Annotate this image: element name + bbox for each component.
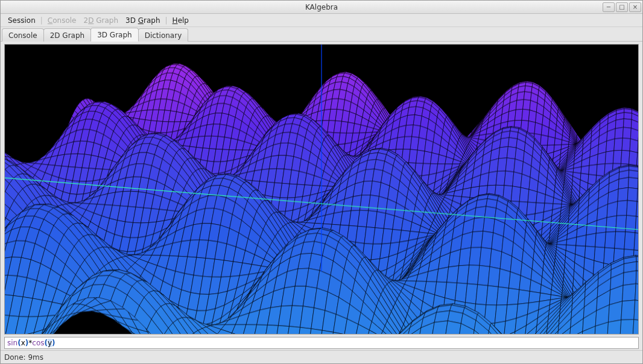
menu-3d-graph[interactable]: 3D Graph: [122, 15, 164, 26]
function-input-row: sin(x)*cos(y): [4, 337, 639, 349]
menu-help[interactable]: Help: [169, 15, 192, 26]
window-title: KAlgebra: [1, 3, 642, 11]
tab-2d-graph[interactable]: 2D Graph: [43, 28, 92, 42]
maximize-button[interactable]: □: [616, 2, 628, 12]
minimize-icon: −: [606, 4, 611, 10]
tab-console[interactable]: Console: [2, 28, 44, 42]
close-icon: ×: [633, 4, 638, 10]
statusbar: Done: 9ms: [1, 350, 642, 363]
menu-console: Console: [44, 15, 80, 26]
menu-separator: |: [40, 16, 43, 25]
tab-3d-graph[interactable]: 3D Graph: [90, 28, 139, 42]
maximize-icon: □: [619, 4, 624, 10]
menu-separator: |: [165, 16, 168, 25]
menubar: Session | Console 2D Graph 3D Graph | He…: [1, 14, 642, 27]
minimize-button[interactable]: −: [603, 2, 615, 12]
tab-dictionary[interactable]: Dictionary: [138, 28, 189, 42]
titlebar[interactable]: KAlgebra − □ ×: [1, 1, 642, 14]
status-text: Done: 9ms: [4, 353, 43, 362]
tabbar: Console 2D Graph 3D Graph Dictionary: [1, 27, 642, 42]
3d-graph-viewport[interactable]: [4, 44, 639, 334]
menu-session[interactable]: Session: [4, 15, 39, 26]
close-button[interactable]: ×: [629, 2, 641, 12]
menu-2d-graph: 2D Graph: [80, 15, 122, 26]
function-input[interactable]: [4, 337, 639, 349]
